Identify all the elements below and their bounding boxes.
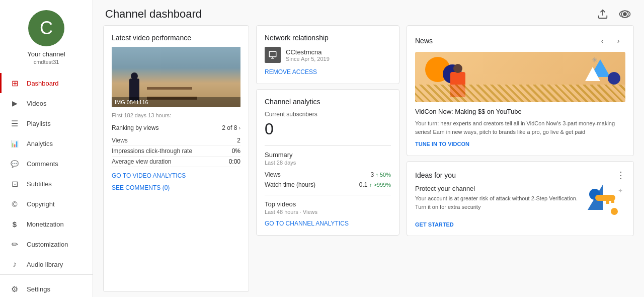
remove-access-link[interactable]: REMOVE ACCESS: [265, 68, 317, 76]
dashboard-icon: [10, 78, 20, 88]
sidebar-item-dashboard[interactable]: Dashboard: [0, 73, 93, 93]
sidebar-item-playlists[interactable]: Playlists: [0, 113, 93, 133]
stat-views-value: 2: [237, 137, 240, 144]
avatar: C: [28, 10, 64, 46]
views-change: ↑: [375, 172, 380, 178]
network-card-title: Network relationship: [265, 34, 391, 42]
stat-views: Views 2: [112, 135, 240, 146]
videos-icon: [10, 98, 20, 108]
summary-title: Summary: [265, 151, 391, 159]
see-comments-link[interactable]: SEE COMMENTS (0): [112, 184, 240, 191]
analytics-card-title: Channel analytics: [265, 98, 391, 106]
svg-rect-4: [269, 51, 276, 57]
news-prev-button[interactable]: ‹: [595, 34, 609, 48]
idea-illustration: ✦: [588, 185, 625, 217]
latest-video-title: Latest video performance: [112, 34, 240, 42]
sidebar-item-label: Subtitles: [27, 180, 52, 188]
top-bar: Channel dashboard: [93, 0, 644, 25]
sidebar-item-videos[interactable]: Videos: [0, 93, 93, 113]
upload-button[interactable]: [596, 7, 610, 21]
ranking-arrow: ›: [239, 125, 240, 131]
sidebar-item-monetization[interactable]: Monetization: [0, 214, 93, 234]
ideas-header: Ideas for you ⋮: [415, 170, 625, 181]
monetization-icon: [10, 219, 20, 229]
comments-icon: [10, 159, 20, 169]
sidebar-item-label: Settings: [27, 285, 50, 293]
go-to-channel-analytics-link[interactable]: GO TO CHANNEL ANALYTICS: [265, 220, 391, 227]
copyright-icon: [10, 199, 20, 209]
news-article-body: Your turn: hear experts and creators tel…: [415, 119, 625, 136]
latest-video-column: Latest video performance IMG 0541116 F: [103, 25, 249, 292]
top-videos-title: Top videos: [265, 200, 391, 208]
watchtime-label: Watch time (hours): [265, 181, 315, 188]
views-data: 3 ↑ 50%: [370, 171, 391, 178]
art-stripe: [415, 85, 625, 102]
video-label: IMG 0541116: [112, 97, 240, 107]
main-content: Channel dashboard Latest vid: [93, 0, 644, 297]
sidebar-nav: Dashboard Videos Playlists Analytics Com…: [0, 73, 93, 274]
middle-column: Network relationship CCtestmcna Since Ap…: [256, 25, 399, 292]
subscribers-count: 0: [265, 120, 391, 138]
stat-ctr-label: Impressions click-through rate: [112, 147, 192, 155]
sidebar-item-subtitles[interactable]: Subtitles: [0, 174, 93, 194]
sidebar-item-analytics[interactable]: Analytics: [0, 133, 93, 154]
page-title: Channel dashboard: [105, 8, 202, 21]
news-nav: ‹ ›: [595, 34, 625, 48]
stat-duration: Average view duration 0:00: [112, 157, 240, 167]
art-star: ✳: [592, 56, 598, 64]
network-channel-icon: [265, 47, 281, 63]
channel-handle: cmdtest31: [34, 59, 59, 65]
stat-summary-views: Views 3 ↑ 50%: [265, 170, 391, 180]
news-card: News ‹ › ✳: [407, 25, 634, 156]
playlists-icon: [10, 118, 20, 128]
network-channel-name: CCtestmcna: [286, 48, 330, 56]
ranking-label: Ranking by views: [112, 124, 158, 131]
top-videos-sub: Last 48 hours · Views: [265, 209, 391, 215]
key-star: ✦: [618, 187, 623, 194]
sidebar-item-label: Copyright: [27, 200, 55, 208]
news-article-title: VidCon Now: Making $$ on YouTube: [415, 107, 625, 116]
analytics-card: Channel analytics Current subscribers 0 …: [256, 89, 399, 236]
stats-label: First 182 days 13 hours:: [112, 112, 240, 118]
ranking-value: 2 of 8 ›: [222, 124, 240, 131]
key-tooth1: [606, 200, 609, 204]
ideas-cta-link[interactable]: GET STARTED: [415, 221, 625, 228]
divider2: [265, 195, 391, 195]
sidebar-item-copyright[interactable]: Copyright: [0, 194, 93, 214]
sidebar-item-label: Videos: [27, 100, 47, 107]
live-button[interactable]: [618, 7, 632, 21]
news-cta-link[interactable]: TUNE IN TO VIDCON: [415, 141, 469, 147]
views-pct: 50%: [380, 172, 391, 178]
idea-text: Protect your channel Your account is at …: [415, 185, 583, 211]
idea-content: Protect your channel Your account is at …: [415, 185, 625, 217]
latest-video-card: Latest video performance IMG 0541116 F: [103, 25, 249, 292]
idea-body: Your account is at greater risk of attac…: [415, 194, 583, 211]
network-card: Network relationship CCtestmcna Since Ap…: [256, 25, 399, 84]
sidebar-item-label: Monetization: [27, 220, 64, 228]
network-info: CCtestmcna Since Apr 5, 2019: [286, 48, 330, 62]
sidebar-item-audio[interactable]: Audio library: [0, 254, 93, 274]
audio-icon: [10, 259, 20, 269]
ideas-more-button[interactable]: ⋮: [616, 170, 625, 181]
ideas-card: Ideas for you ⋮ Protect your channel You…: [407, 161, 634, 236]
sidebar-profile: C Your channel cmdtest31: [0, 0, 93, 73]
art-figure-head: [453, 64, 462, 73]
watchtime-data: 0.1 ↑ >999%: [359, 181, 391, 188]
right-column: News ‹ › ✳: [407, 25, 634, 292]
go-to-video-analytics-link[interactable]: GO TO VIDEO ANALYTICS: [112, 172, 240, 179]
news-next-button[interactable]: ›: [611, 34, 625, 48]
key-yellow-dot: [611, 208, 618, 215]
sidebar-item-label: Dashboard: [27, 80, 59, 87]
settings-icon: [10, 284, 20, 294]
sidebar-item-label: Comments: [27, 160, 58, 168]
content-area: Latest video performance IMG 0541116 F: [93, 25, 644, 297]
video-thumbnail[interactable]: IMG 0541116: [112, 47, 240, 107]
art-triangle-white: [585, 67, 600, 81]
sidebar-item-settings[interactable]: Settings: [0, 279, 93, 297]
divider: [265, 145, 391, 146]
news-title: News: [415, 37, 433, 45]
sidebar-item-comments[interactable]: Comments: [0, 154, 93, 174]
sidebar: C Your channel cmdtest31 Dashboard Video…: [0, 0, 93, 297]
ranking-row: Ranking by views 2 of 8 ›: [112, 122, 240, 133]
sidebar-item-customization[interactable]: Customization: [0, 234, 93, 254]
